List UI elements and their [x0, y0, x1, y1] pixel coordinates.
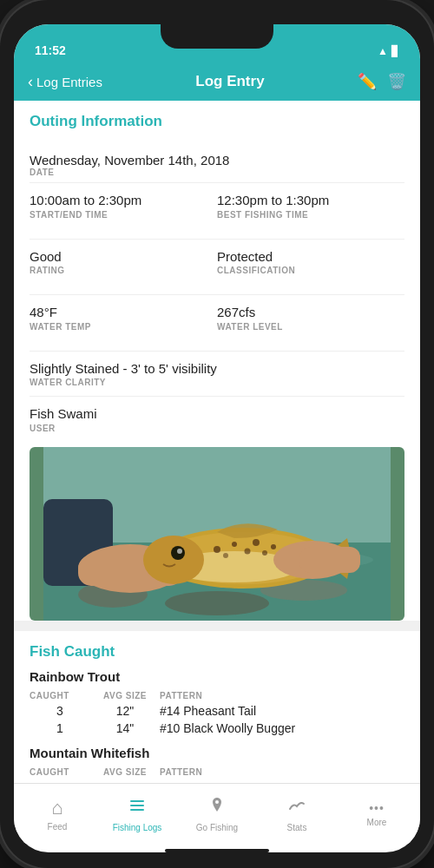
svg-point-20 — [223, 553, 228, 558]
mountain-whitefish-species: Mountain Whitefish — [30, 746, 404, 760]
back-button[interactable]: ‹ Log Entries — [28, 73, 102, 91]
feed-label: Feed — [48, 822, 68, 832]
svg-point-26 — [177, 549, 182, 554]
svg-point-24 — [143, 536, 204, 584]
status-time: 11:52 — [35, 43, 66, 57]
header-caught-1: CAUGHT — [30, 691, 90, 700]
fish-photo — [30, 447, 404, 621]
rating-grid: Good RATING Protected CLASSIFICATION — [14, 243, 420, 292]
feed-icon: ⌂ — [51, 797, 62, 819]
divider-4 — [30, 351, 404, 352]
water-grid: 48°F WATER TEMP 267cfs WATER LEVEL — [14, 299, 420, 347]
start-end-time-value: 10:00am to 2:30pm — [30, 192, 210, 209]
more-icon: ••• — [369, 801, 385, 815]
times-grid: 10:00am to 2:30pm START/END TIME 12:30pm… — [14, 187, 420, 235]
rt-pattern-1: #14 Pheasant Tail — [160, 704, 404, 718]
classification-label: CLASSIFICATION — [217, 266, 398, 275]
rt-caught-1: 3 — [30, 704, 90, 718]
svg-rect-29 — [130, 800, 144, 802]
rainbow-trout-header: CAUGHT AVG SIZE PATTERN — [30, 689, 404, 702]
best-fishing-time-item: 12:30pm to 1:30pm BEST FISHING TIME — [217, 192, 404, 220]
tab-stats[interactable]: Stats — [257, 791, 337, 838]
divider-5 — [30, 396, 404, 397]
nav-actions: ✏️ 🗑️ — [358, 72, 406, 91]
fish-caught-title: Fish Caught — [30, 643, 404, 661]
svg-point-6 — [165, 591, 269, 615]
divider-1 — [30, 182, 404, 183]
tab-feed[interactable]: ⌂ Feed — [17, 792, 97, 837]
svg-point-22 — [262, 550, 267, 556]
svg-point-18 — [253, 539, 260, 546]
water-temp-value: 48°F — [30, 304, 210, 321]
water-temp-label: WATER TEMP — [30, 322, 210, 332]
phone-screen: 11:52 ▲ ▊ ‹ Log Entries Log Entry ✏️ 🗑️ … — [14, 24, 420, 852]
user-label: USER — [30, 424, 404, 433]
user-value: Fish Swami — [30, 405, 404, 423]
svg-point-16 — [214, 546, 220, 553]
stats-label: Stats — [287, 823, 307, 832]
nav-title: Log Entry — [195, 73, 264, 90]
rainbow-trout-species: Rainbow Trout — [30, 669, 404, 684]
header-avgsize-1: AVG SIZE — [90, 691, 160, 700]
water-level-label: WATER LEVEL — [217, 322, 398, 332]
nav-bar: ‹ Log Entries Log Entry ✏️ 🗑️ — [14, 62, 420, 101]
rainbow-trout-row-1: 3 12" #14 Pheasant Tail — [30, 702, 404, 720]
divider-3 — [30, 294, 404, 295]
svg-rect-30 — [130, 805, 144, 806]
header-pattern-2: PATTERN — [160, 767, 404, 777]
classification-value: Protected — [217, 248, 398, 266]
date-row: Wednesday, November 14th, 2018 DATE — [14, 144, 420, 179]
start-end-time-label: START/END TIME — [30, 210, 210, 220]
phone-shell: 11:52 ▲ ▊ ‹ Log Entries Log Entry ✏️ 🗑️ … — [0, 0, 434, 868]
svg-point-21 — [245, 548, 251, 554]
go-fishing-icon — [207, 796, 227, 820]
wifi-icon: ▲ — [378, 45, 388, 57]
mountain-whitefish-header: CAUGHT AVG SIZE PATTERN — [30, 766, 404, 779]
battery-icon: ▊ — [391, 45, 399, 57]
go-fishing-label: Go Fishing — [196, 823, 238, 832]
water-clarity-row: Slightly Stained - 3' to 5' visibility W… — [14, 355, 420, 393]
rt-caught-2: 1 — [30, 721, 90, 735]
header-pattern-1: PATTERN — [160, 691, 404, 700]
outing-section: Outing Information — [14, 101, 420, 144]
rt-avgsize-1: 12" — [90, 704, 160, 718]
rt-avgsize-2: 14" — [90, 721, 160, 735]
best-fishing-time-label: BEST FISHING TIME — [217, 210, 398, 220]
header-avgsize-2: AVG SIZE — [90, 767, 160, 777]
outing-section-title: Outing Information — [30, 113, 404, 130]
status-icons: ▲ ▊ — [378, 45, 399, 57]
water-level-value: 267cfs — [217, 304, 398, 321]
svg-point-32 — [215, 800, 219, 804]
svg-rect-31 — [130, 809, 144, 811]
rainbow-trout-row-2: 1 14" #10 Black Woolly Bugger — [30, 720, 404, 737]
svg-point-17 — [232, 542, 237, 547]
more-label: More — [367, 818, 387, 827]
content-scroll[interactable]: Outing Information Wednesday, November 1… — [14, 101, 420, 783]
water-clarity-value: Slightly Stained - 3' to 5' visibility — [30, 360, 404, 378]
rt-pattern-2: #10 Black Woolly Bugger — [160, 721, 404, 735]
svg-point-19 — [271, 544, 276, 549]
tab-go-fishing[interactable]: Go Fishing — [177, 791, 257, 838]
water-clarity-label: WATER CLARITY — [30, 378, 404, 387]
classification-item: Protected CLASSIFICATION — [217, 248, 404, 276]
tab-fishing-logs[interactable]: Fishing Logs — [97, 791, 177, 838]
tab-more[interactable]: ••• More — [337, 796, 417, 832]
best-fishing-time-value: 12:30pm to 1:30pm — [217, 192, 398, 209]
fishing-logs-icon — [128, 796, 147, 820]
rating-value: Good — [30, 248, 210, 266]
home-indicator — [165, 849, 269, 852]
stats-icon — [287, 796, 306, 820]
delete-button[interactable]: 🗑️ — [387, 72, 406, 91]
svg-rect-28 — [299, 547, 360, 573]
user-row: Fish Swami USER — [14, 400, 420, 438]
water-temp-item: 48°F WATER TEMP — [30, 304, 217, 332]
date-value: Wednesday, November 14th, 2018 — [30, 153, 404, 168]
fish-caught-section: Fish Caught Rainbow Trout CAUGHT AVG SIZ… — [14, 631, 420, 784]
start-end-time-item: 10:00am to 2:30pm START/END TIME — [30, 192, 217, 220]
fishing-logs-label: Fishing Logs — [113, 823, 162, 832]
back-label: Log Entries — [36, 75, 102, 89]
rating-label: RATING — [30, 266, 210, 275]
edit-button[interactable]: ✏️ — [358, 72, 377, 91]
back-icon: ‹ — [28, 73, 33, 91]
date-label: DATE — [30, 168, 404, 177]
